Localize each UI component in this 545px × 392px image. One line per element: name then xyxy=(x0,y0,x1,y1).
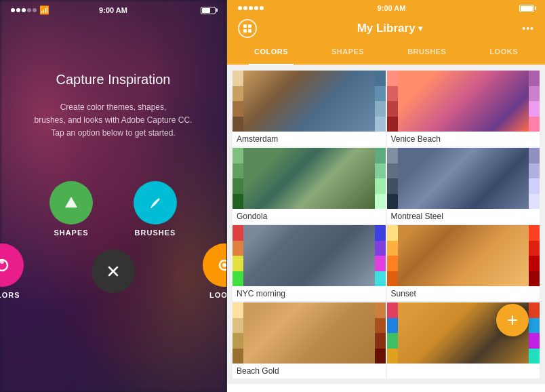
dot4 xyxy=(27,8,31,12)
photos-grid: AmsterdamVenice BeachGondolaMontreal Ste… xyxy=(227,65,545,384)
brushes-icon xyxy=(134,181,177,224)
library-icon[interactable] xyxy=(238,19,257,38)
shapes-icon xyxy=(49,181,93,224)
list-item[interactable]: Amsterdam xyxy=(233,71,386,146)
item-label: Beach Gold xyxy=(233,364,386,378)
buttons-container: SHAPES BRUSHES xyxy=(18,181,208,317)
svg-rect-9 xyxy=(243,29,247,33)
list-item[interactable]: Gondola xyxy=(233,148,386,224)
list-item[interactable]: Beach Gold xyxy=(233,302,386,378)
svg-rect-10 xyxy=(248,29,251,33)
right-time: 9:00 AM xyxy=(378,4,406,12)
r-dot5 xyxy=(260,6,264,10)
brushes-label: BRUSHES xyxy=(135,229,176,237)
item-label: Sunset xyxy=(387,286,540,301)
bottom-buttons: COLORS xyxy=(0,243,227,299)
item-label: Gondola xyxy=(233,209,386,224)
item-label: Venice Beach xyxy=(387,132,540,146)
dot5 xyxy=(33,8,37,12)
battery-icon xyxy=(201,7,216,14)
looks-icon xyxy=(203,243,227,287)
item-label: Amsterdam xyxy=(233,132,386,146)
right-signal xyxy=(238,6,264,10)
item-label: Montreal Steel xyxy=(387,209,540,224)
tabs-bar: COLORS SHAPES BRUSHES LOOKS xyxy=(227,45,545,65)
library-title: My Library xyxy=(357,22,416,35)
svg-point-6 xyxy=(222,263,226,267)
battery-fill xyxy=(202,8,210,13)
dot3 xyxy=(22,8,26,12)
chevron-down-icon: ▾ xyxy=(418,24,422,33)
looks-button[interactable]: LOOKS xyxy=(203,243,227,299)
shapes-button[interactable]: SHAPES xyxy=(49,181,93,237)
item-label: NYC morning xyxy=(233,286,386,301)
close-button[interactable] xyxy=(92,250,135,293)
right-phone: 9:00 AM My Library ▾ ••• COLORS SHAPES B… xyxy=(227,0,545,392)
status-right xyxy=(201,7,216,14)
r-dot1 xyxy=(238,6,242,10)
left-phone: 📶 9:00 AM Capture Inspiration Create col… xyxy=(0,0,227,392)
svg-rect-8 xyxy=(248,24,251,28)
left-time: 9:00 AM xyxy=(99,6,127,14)
list-item[interactable]: Montreal Steel xyxy=(387,148,540,224)
r-dot4 xyxy=(254,6,258,10)
list-item[interactable]: Sunset xyxy=(387,225,540,301)
item-label xyxy=(387,364,540,369)
wifi-icon: 📶 xyxy=(39,5,49,15)
dot2 xyxy=(16,8,20,12)
capture-desc: Create color themes, shapes,brushes, and… xyxy=(7,101,220,140)
brushes-button[interactable]: BRUSHES xyxy=(134,181,177,237)
shapes-label: SHAPES xyxy=(54,229,88,237)
close-icon xyxy=(92,250,135,293)
looks-label: LOOKS xyxy=(209,291,227,299)
dot1 xyxy=(11,8,15,12)
status-left: 📶 xyxy=(11,5,49,15)
r-dot2 xyxy=(243,6,247,10)
r-dot3 xyxy=(249,6,253,10)
right-battery xyxy=(519,5,534,12)
right-status-bar: 9:00 AM xyxy=(227,0,545,15)
add-button[interactable]: + xyxy=(496,304,529,336)
colors-button[interactable]: COLORS xyxy=(0,243,24,299)
capture-title: Capture Inspiration xyxy=(56,72,171,87)
list-item[interactable]: Venice Beach xyxy=(387,71,540,146)
svg-marker-0 xyxy=(65,197,77,208)
right-navbar: My Library ▾ ••• xyxy=(227,15,545,45)
tab-colors[interactable]: COLORS xyxy=(249,45,294,65)
list-item[interactable]: NYC morning xyxy=(233,225,386,301)
more-options-button[interactable]: ••• xyxy=(522,23,534,34)
right-battery-fill xyxy=(521,6,533,11)
left-status-bar: 📶 9:00 AM xyxy=(0,0,226,18)
tab-looks[interactable]: LOOKS xyxy=(484,45,523,58)
tab-brushes[interactable]: BRUSHES xyxy=(402,45,451,58)
left-content: Capture Inspiration Create color themes,… xyxy=(0,18,226,317)
colors-label: COLORS xyxy=(0,291,20,299)
svg-point-2 xyxy=(0,260,4,264)
signal-dots xyxy=(11,8,37,12)
svg-rect-7 xyxy=(243,24,247,28)
tab-shapes[interactable]: SHAPES xyxy=(326,45,369,58)
nav-title[interactable]: My Library ▾ xyxy=(357,22,422,35)
colors-icon xyxy=(0,243,24,287)
top-buttons: SHAPES BRUSHES xyxy=(49,181,177,237)
